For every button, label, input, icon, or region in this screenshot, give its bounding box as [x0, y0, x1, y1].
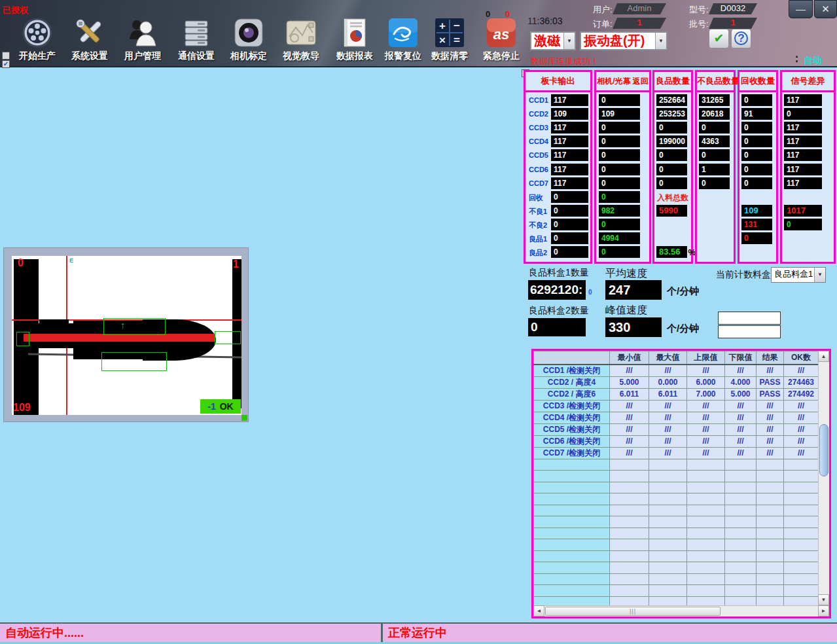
confirm-button[interactable]: ✔	[709, 29, 729, 48]
count-row	[654, 232, 691, 245]
results-header-cell: 最小值	[610, 351, 649, 365]
results-cell	[534, 585, 610, 597]
results-row	[534, 482, 819, 493]
results-cell: ///	[757, 412, 784, 423]
button-camera-calibration[interactable]: 相机标定	[222, 17, 276, 67]
count-row: 0	[739, 135, 776, 148]
results-cell: ///	[784, 423, 819, 435]
vertical-scroll-thumb[interactable]	[819, 424, 828, 476]
good-box1-value: 6292120:	[528, 280, 586, 300]
camera-corner-indicator	[241, 415, 247, 421]
results-row: CCD7 /检测关闭//////////////////	[534, 447, 819, 459]
camera-label-top-left: 0	[18, 257, 24, 269]
toolbar: 已授权 ✔ 开始生产 系统设置 用户管理 通信设置 相机标定	[0, 0, 837, 67]
button-system-settings[interactable]: 系统设置	[63, 17, 116, 67]
count-value-box: 0	[656, 122, 687, 134]
toolbar-checkbox-1[interactable]	[2, 52, 10, 60]
count-row: 117	[782, 122, 834, 134]
results-header-cell: 最大值	[649, 351, 687, 365]
results-cell	[534, 550, 610, 562]
results-cell	[784, 528, 819, 539]
results-cell	[534, 539, 610, 551]
close-button[interactable]: ✕	[814, 0, 837, 18]
counts-column: 回收数量091000001091310	[738, 70, 778, 264]
results-cell	[610, 471, 649, 482]
count-value-box: 0	[599, 191, 640, 203]
count-row: 0	[596, 94, 649, 107]
results-cell	[687, 482, 725, 493]
scroll-left-icon[interactable]: ◄	[533, 605, 544, 617]
count-value-box: 0	[784, 219, 822, 230]
button-vision-teaching[interactable]: 视觉教导	[274, 17, 328, 67]
calculator-icon: +−×=	[434, 17, 465, 48]
count-value-box: 0	[551, 232, 588, 244]
count-value-box: 31265	[699, 94, 730, 106]
results-cell	[757, 550, 784, 562]
results-cell	[610, 459, 649, 471]
vertical-scrollbar[interactable]: ▲ ▼	[818, 351, 829, 605]
count-row: 0	[739, 232, 776, 245]
count-row: 0	[739, 94, 776, 107]
column-header: 信号差异	[782, 72, 834, 92]
spare-input-2[interactable]	[718, 325, 781, 338]
count-value-box: 0	[741, 122, 772, 134]
avg-speed-value: 247	[605, 280, 662, 300]
results-cell	[687, 505, 725, 516]
toolbar-checkbox-2[interactable]: ✔	[2, 60, 10, 68]
chevron-down-icon[interactable]: ▼	[814, 268, 825, 282]
button-user-management[interactable]: 用户管理	[116, 17, 169, 67]
results-cell: ///	[757, 447, 784, 459]
button-start-production[interactable]: 开始生产	[10, 17, 64, 67]
report-icon	[339, 17, 370, 48]
vibrator-combobox[interactable]: 振动盘(开) ▼	[580, 31, 668, 50]
count-row: CCD1117	[525, 94, 590, 107]
count-row: 4994	[596, 232, 649, 245]
results-cell	[610, 528, 649, 539]
button-data-report[interactable]: 数据报表	[328, 17, 382, 67]
results-cell	[784, 585, 819, 597]
scroll-up-icon[interactable]: ▲	[818, 351, 829, 362]
count-row: 91	[739, 108, 776, 120]
toolbar-label: 系统设置	[63, 50, 116, 62]
results-cell: ///	[784, 400, 819, 412]
chevron-down-icon[interactable]: ▼	[563, 33, 575, 49]
results-cell	[687, 528, 725, 539]
results-row	[534, 539, 819, 551]
help-button[interactable]: ?	[731, 29, 751, 48]
results-cell	[725, 459, 757, 471]
camera-label-bottom-left: 109	[13, 402, 31, 414]
count-value-box: 199000	[656, 135, 687, 147]
scroll-right-icon[interactable]: ►	[818, 605, 829, 617]
count-row: 0	[697, 149, 734, 162]
close-icon: ✕	[821, 3, 830, 14]
chevron-down-icon[interactable]: ▼	[655, 33, 666, 49]
results-cell	[725, 573, 757, 585]
count-row	[739, 191, 776, 204]
auto-spinner[interactable]: ▲▼	[793, 54, 800, 65]
toolbar-label: 通信设置	[169, 50, 223, 62]
count-value-box: 131	[741, 219, 772, 230]
counts-table: 板卡输出CCD1117CCD2109CCD3117CCD4117CCD5117C…	[524, 70, 837, 264]
count-row	[697, 232, 734, 245]
server-icon	[181, 17, 212, 48]
results-cell	[534, 516, 610, 528]
results-header-cell	[534, 351, 610, 365]
spare-input-1[interactable]	[718, 312, 781, 325]
excite-combobox[interactable]: 激磁 ▼	[530, 31, 576, 50]
minimize-button[interactable]: —	[789, 0, 813, 18]
button-alarm-reset[interactable]: 报警复位	[376, 17, 430, 67]
button-emergency-stop[interactable]: as 紧急停止	[474, 17, 528, 67]
results-row: CCD4 /检测关闭//////////////////	[534, 412, 819, 423]
avg-speed-unit: 个/分钟	[667, 285, 699, 298]
horizontal-scroll-thumb[interactable]: |||	[545, 607, 721, 616]
current-counter-select[interactable]: 良品料盒1 ▼	[771, 267, 826, 283]
button-comm-settings[interactable]: 通信设置	[169, 17, 223, 67]
results-cell: ///	[687, 412, 725, 423]
svg-text:=: =	[454, 34, 460, 46]
batch-field: 1	[709, 18, 757, 29]
results-cell	[784, 516, 819, 528]
count-value-box: 117	[551, 149, 588, 161]
horizontal-scrollbar[interactable]: ◄ ||| ►	[533, 605, 829, 617]
scroll-down-icon[interactable]: ▼	[818, 594, 829, 605]
button-data-clear[interactable]: +−×= 数据清零	[423, 17, 476, 67]
